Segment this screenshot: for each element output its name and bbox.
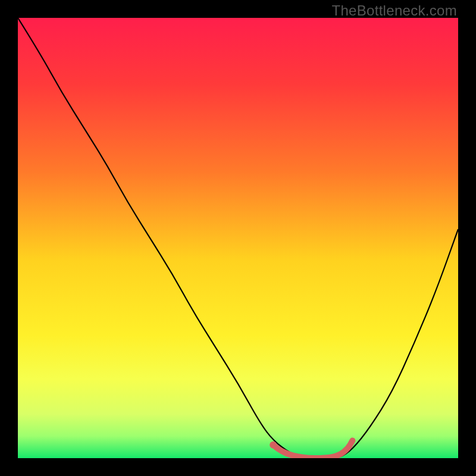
gradient-background: [18, 18, 458, 458]
optimal-range-start-dot: [270, 441, 277, 449]
bottleneck-chart: [18, 18, 458, 458]
watermark-text: TheBottleneck.com: [331, 2, 457, 19]
chart-frame: TheBottleneck.com: [0, 0, 476, 476]
plot-area: [18, 18, 458, 458]
